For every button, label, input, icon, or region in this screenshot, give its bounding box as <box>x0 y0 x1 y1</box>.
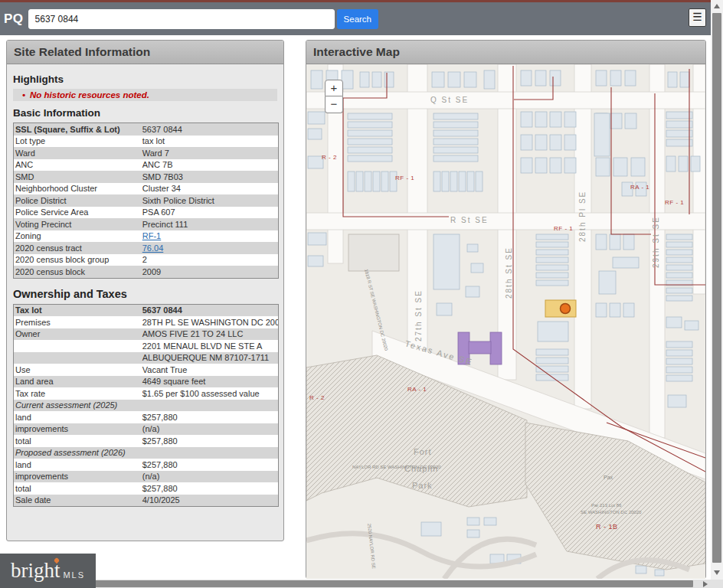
svg-text:RA - 1: RA - 1 <box>630 184 649 191</box>
table-row: Police Service AreaPSA 607 <box>14 207 279 219</box>
svg-text:Pax: Pax <box>604 475 613 480</box>
scroll-right-icon[interactable] <box>703 581 708 587</box>
table-row: Tax lot5637 0844 <box>14 304 279 316</box>
table-row: 2020 census tract76.04 <box>14 242 279 254</box>
property-marker-icon[interactable] <box>561 304 571 314</box>
svg-text:29th St SE: 29th St SE <box>652 216 660 268</box>
interactive-map-panel: Interactive Map + − <box>306 40 706 579</box>
bullet-icon: • <box>22 90 25 100</box>
building-row <box>666 234 692 301</box>
table-row: Neighborhood ClusterCluster 34 <box>14 183 279 195</box>
svg-text:Q St SE: Q St SE <box>430 96 469 104</box>
horizontal-scroll-thumb[interactable] <box>2 580 693 587</box>
table-row: land$257,880 <box>14 411 279 423</box>
table-row: Lot typetax lot <box>14 136 279 148</box>
building-row <box>596 303 634 317</box>
svg-text:NAYLOR RD SE WASHINGTON DC 200: NAYLOR RD SE WASHINGTON DC 20020 <box>352 465 441 469</box>
table-row: 2020 census block2009 <box>14 266 279 278</box>
table-row: improvements(n/a) <box>14 471 279 483</box>
ownership-heading: Ownership and Taxes <box>13 288 277 300</box>
table-row: ANCANC 7B <box>14 159 279 172</box>
svg-text:RA - 1: RA - 1 <box>407 386 427 393</box>
building-row <box>360 72 394 87</box>
svg-text:R - 1B: R - 1B <box>596 523 618 531</box>
table-row: Police DistrictSixth Police District <box>14 194 279 207</box>
table-row: Voting PrecinctPrecinct 111 <box>14 218 279 230</box>
svg-text:RF - 1: RF - 1 <box>395 175 414 181</box>
table-row: improvements(n/a) <box>14 423 279 436</box>
value-link[interactable]: 76.04 <box>142 243 164 253</box>
svg-text:28th Pl SE: 28th Pl SE <box>578 191 587 242</box>
table-row: ZoningRF-1 <box>14 230 279 243</box>
svg-text:Par 213 Lot 86: Par 213 Lot 86 <box>591 503 622 508</box>
building-row <box>666 156 700 172</box>
map-zoom-control: + − <box>325 80 343 113</box>
svg-text:RF - 1: RF - 1 <box>554 225 573 232</box>
bright-mls-logo: bright MLS <box>0 554 96 588</box>
svg-text:SE WASHINGTON DC 20020: SE WASHINGTON DC 20020 <box>581 510 642 514</box>
historic-note: •No historic resources noted. <box>13 89 277 101</box>
table-row: Sale date4/10/2025 <box>14 495 279 507</box>
table-row: SSL (Square, Suffix & Lot)5637 0844 <box>14 123 279 136</box>
app-logo: PQ <box>0 11 28 27</box>
map-canvas[interactable]: + − <box>306 64 705 579</box>
table-row: Tax rate$1.65 per $100 assessed value <box>14 387 279 400</box>
table-row: 2020 census block group2 <box>14 254 279 266</box>
vertical-scrollbar[interactable] <box>711 0 723 580</box>
building-row <box>432 72 476 87</box>
building-row <box>536 234 568 286</box>
building-row <box>521 70 561 86</box>
map-header: Interactive Map <box>306 41 705 64</box>
svg-text:27th St SE: 27th St SE <box>414 289 423 341</box>
search-button[interactable]: Search <box>337 9 378 29</box>
svg-text:R - 2: R - 2 <box>309 394 325 401</box>
large-building <box>348 234 399 271</box>
building-row <box>484 70 495 89</box>
vertical-scroll-thumb[interactable] <box>712 13 721 563</box>
scroll-down-icon[interactable] <box>714 570 720 575</box>
zoom-in-button[interactable]: + <box>325 80 343 96</box>
building-row <box>596 158 645 176</box>
table-row: UseVacant True <box>14 364 279 376</box>
building-row <box>596 234 634 250</box>
table-row: OwnerAMOS FIVE 21 TO 24 LLC <box>14 328 279 341</box>
logo-suffix: MLS <box>63 570 85 580</box>
site-info-header: Site Related Information <box>7 41 283 64</box>
table-row: total$257,880 <box>14 435 279 447</box>
svg-text:R - 2: R - 2 <box>322 154 337 161</box>
table-row: 2201 MENAUL BLVD NE STE A <box>14 340 279 352</box>
svg-text:R St SE: R St SE <box>450 216 489 224</box>
table-row: total$257,880 <box>14 482 279 495</box>
zoom-out-button[interactable]: − <box>325 96 343 113</box>
ownership-table: Tax lot5637 0844Premises28TH PL SE WASHI… <box>13 304 279 508</box>
search-input[interactable] <box>28 9 335 29</box>
map-image[interactable]: Q St SE R St SE 27th St SE 28th St SE 28… <box>306 64 705 579</box>
table-row: SMDSMD 7B03 <box>14 171 279 183</box>
basic-info-table: SSL (Square, Suffix & Lot)5637 0844Lot t… <box>13 122 279 279</box>
site-info-panel: Site Related Information Highlights •No … <box>6 40 284 541</box>
building-row <box>596 70 636 86</box>
building-row <box>666 341 692 381</box>
svg-text:RF - 1: RF - 1 <box>665 199 684 206</box>
table-row: Current assessment (2025) <box>14 400 279 412</box>
table-row: WardWard 7 <box>14 147 279 159</box>
scroll-up-icon[interactable] <box>714 4 720 8</box>
svg-text:28th St SE: 28th St SE <box>505 247 513 299</box>
table-row: Premises28TH PL SE WASHINGTON DC 20020 <box>14 316 279 328</box>
hamburger-menu-icon[interactable]: ☰ <box>689 8 706 27</box>
logo-wordmark: bright <box>11 560 61 581</box>
table-row: land$257,880 <box>14 459 279 471</box>
svg-text:Fort: Fort <box>414 447 432 456</box>
value-link[interactable]: RF-1 <box>142 231 161 240</box>
horizontal-scrollbar[interactable] <box>0 580 723 588</box>
svg-text:Park: Park <box>412 481 433 490</box>
table-row: Proposed assessment (2026) <box>14 447 279 459</box>
table-row: ALBUQUERQUE NM 87107-1711 <box>14 352 279 364</box>
highlights-heading: Highlights <box>13 74 277 85</box>
top-bar: PQ Search <box>0 2 723 35</box>
table-row: Land area4649 square feet <box>14 376 279 388</box>
basic-info-heading: Basic Information <box>13 107 277 119</box>
